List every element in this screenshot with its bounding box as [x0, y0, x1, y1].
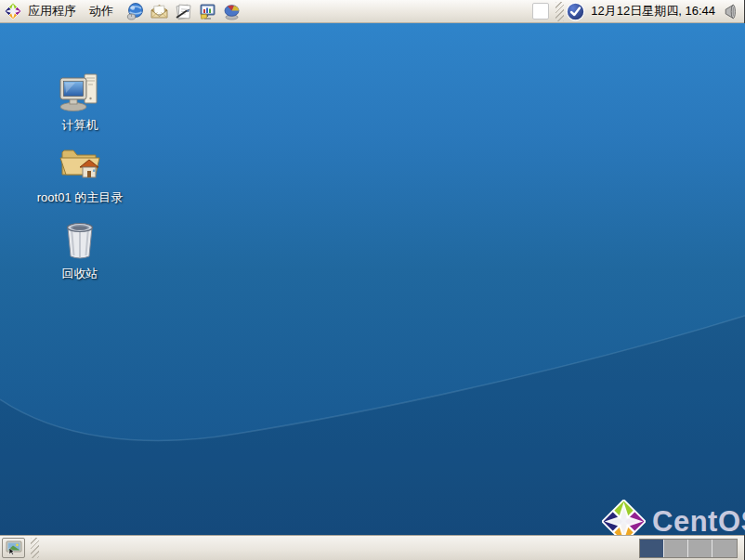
- desktop[interactable]: 计算机 root01 的主目录: [0, 23, 745, 535]
- clock[interactable]: 12月12日星期四, 16:44: [585, 3, 721, 20]
- panel-launchers: [125, 2, 242, 21]
- bottom-panel: [0, 535, 744, 560]
- centos-menu-logo-icon[interactable]: [5, 3, 21, 20]
- workspace-4[interactable]: [712, 540, 737, 557]
- impress-presentation-icon[interactable]: [198, 2, 217, 21]
- web-browser-icon[interactable]: [125, 2, 145, 21]
- desktop-icon-label: 回收站: [22, 267, 137, 280]
- menu-applications[interactable]: 应用程序: [21, 0, 83, 23]
- top-panel: 应用程序 动作: [0, 0, 744, 23]
- show-desktop-button[interactable]: [2, 538, 25, 558]
- update-check-icon[interactable]: [566, 2, 585, 21]
- desktop-icon-home[interactable]: root01 的主目录: [22, 143, 137, 204]
- home-folder-icon: [57, 143, 103, 189]
- calc-chart-icon[interactable]: [222, 2, 242, 21]
- desktop-icon-computer[interactable]: 计算机: [22, 71, 137, 132]
- desktop-icon-trash[interactable]: 回收站: [22, 219, 137, 280]
- centos-desktop-screen: 应用程序 动作: [0, 0, 745, 560]
- centos-watermark-text: CentOS: [652, 505, 745, 536]
- computer-icon: [58, 71, 102, 117]
- workspace-1[interactable]: [640, 540, 664, 557]
- volume-speaker-icon[interactable]: [721, 3, 738, 20]
- show-desktop-icon: [6, 540, 22, 555]
- centos-watermark: CentOS: [602, 500, 745, 535]
- desktop-icon-label: root01 的主目录: [22, 190, 137, 204]
- empty-tray-applet[interactable]: [532, 3, 549, 20]
- workspace-2[interactable]: [664, 540, 688, 557]
- applet-drag-handle[interactable]: [555, 2, 564, 21]
- email-icon[interactable]: [150, 2, 169, 21]
- desktop-icon-label: 计算机: [22, 118, 137, 132]
- menu-actions[interactable]: 动作: [83, 0, 120, 23]
- centos-logo-icon: [602, 500, 646, 535]
- workspace-switcher: [639, 539, 738, 558]
- workspace-3[interactable]: [688, 540, 712, 557]
- writer-document-icon[interactable]: [174, 2, 193, 21]
- tasklist-drag-handle[interactable]: [31, 538, 39, 558]
- system-tray: 12月12日星期四, 16:44: [532, 2, 744, 21]
- trash-icon: [59, 219, 100, 266]
